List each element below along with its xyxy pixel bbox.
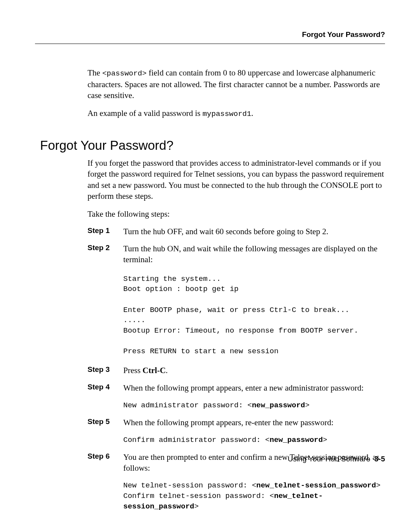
step-label: Step 5: [88, 417, 123, 426]
text: New telnet-session password: <: [123, 481, 256, 490]
step-5: Step 5 When the following prompt appears…: [88, 417, 385, 445]
keyboard-shortcut: Ctrl-C: [143, 366, 166, 375]
footer-text: Using Your Hub Software: [288, 455, 370, 463]
step-text: Turn the hub ON, and wait while the foll…: [123, 243, 385, 265]
section-intro-2: Take the following steps:: [88, 209, 385, 219]
inline-code: <password>: [102, 69, 147, 78]
text: .: [251, 109, 253, 118]
step-body: When the following prompt appears, enter…: [123, 382, 385, 411]
steps-list: Step 1 Turn the hub OFF, and wait 60 sec…: [88, 226, 385, 510]
text: .: [166, 366, 168, 375]
step-body: When the following prompt appears, re-en…: [123, 417, 385, 445]
text: Confirm telnet-session password: <: [123, 492, 274, 500]
placeholder: new_telnet-session_password: [256, 481, 376, 490]
step-text: When the following prompt appears, re-en…: [123, 417, 385, 428]
text: The: [88, 68, 102, 77]
step-body: Press Ctrl-C.: [123, 365, 385, 376]
text: >: [323, 436, 327, 444]
step-4: Step 4 When the following prompt appears…: [88, 382, 385, 411]
step-body: Turn the hub ON, and wait while the foll…: [123, 243, 385, 359]
step-text: When the following prompt appears, enter…: [123, 382, 385, 393]
terminal-output: Starting the system... Boot option : boo…: [123, 274, 385, 357]
terminal-output: New telnet-session password: <new_telnet…: [123, 480, 385, 510]
step-text: Turn the hub OFF, and wait 60 seconds be…: [123, 226, 385, 237]
step-label: Step 3: [88, 365, 123, 374]
text: >: [305, 401, 309, 410]
content-area: The <password> field can contain from 0 …: [35, 67, 385, 510]
page-footer: Using Your Hub Software 3-5: [288, 455, 385, 463]
text: >: [376, 481, 380, 490]
section-heading: Forgot Your Password?: [40, 138, 385, 153]
placeholder: new_password: [270, 436, 323, 444]
step-1: Step 1 Turn the hub OFF, and wait 60 sec…: [88, 226, 385, 237]
text: >: [194, 502, 198, 510]
text: New administrator password: <: [123, 401, 252, 410]
running-header: Forgot Your Password?: [35, 30, 385, 44]
step-body: Turn the hub OFF, and wait 60 seconds be…: [123, 226, 385, 237]
step-label: Step 2: [88, 243, 123, 252]
page: Forgot Your Password? The <password> fie…: [0, 0, 420, 510]
step-label: Step 1: [88, 226, 123, 235]
step-label: Step 4: [88, 382, 123, 391]
step-2: Step 2 Turn the hub ON, and wait while t…: [88, 243, 385, 359]
intro-paragraph-2: An example of a valid password is mypass…: [88, 108, 385, 119]
text: An example of a valid password is: [88, 109, 203, 118]
terminal-output: Confirm administrator password: <new_pas…: [123, 435, 385, 445]
terminal-output: New administrator password: <new_passwor…: [123, 400, 385, 411]
placeholder: new_password: [252, 401, 305, 410]
text: Confirm administrator password: <: [123, 436, 270, 444]
page-number: 3-5: [374, 455, 385, 463]
inline-code: mypassword1: [203, 110, 251, 118]
text: Press: [123, 366, 143, 375]
intro-paragraph-1: The <password> field can contain from 0 …: [88, 67, 385, 101]
step-text: Press Ctrl-C.: [123, 365, 385, 376]
step-3: Step 3 Press Ctrl-C.: [88, 365, 385, 376]
step-label: Step 6: [88, 452, 123, 461]
section-intro-1: If you forget the password that provides…: [88, 158, 385, 202]
